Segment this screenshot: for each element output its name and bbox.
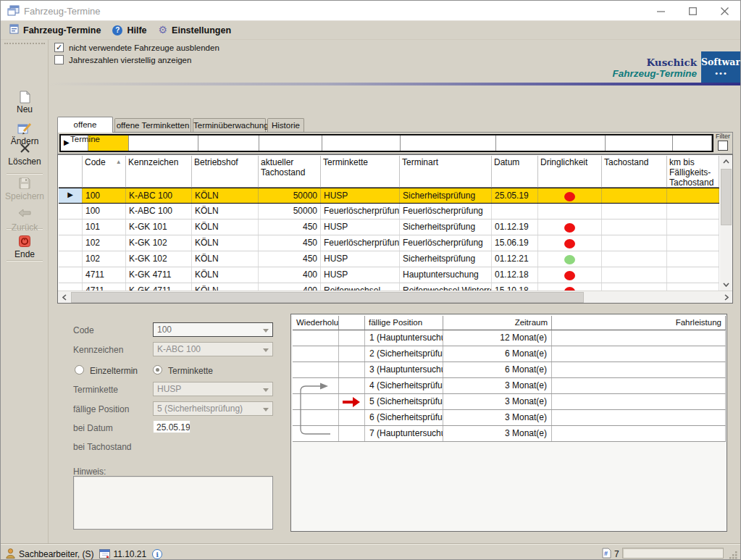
resize-grip[interactable] bbox=[729, 551, 738, 560]
cell-code[interactable]: 102 bbox=[83, 251, 126, 267]
detail-row[interactable]: 3 (Hauptuntersuchung)6 Monat(e) bbox=[293, 362, 726, 378]
cell-kennzeichen[interactable]: K-ABC 100 bbox=[126, 204, 192, 219]
detail-row[interactable]: 6 (Sicherheitsprüfung)3 Monat(e) bbox=[293, 410, 726, 426]
scroll-up-icon[interactable] bbox=[720, 155, 732, 167]
filter-cell[interactable] bbox=[673, 135, 712, 151]
close-button[interactable] bbox=[708, 1, 740, 21]
cell-aktueller-tachostand[interactable]: 50000 bbox=[259, 188, 321, 203]
cell-datum[interactable]: 25.05.19 bbox=[492, 188, 538, 203]
cell-betriebshof[interactable]: KÖLN bbox=[192, 204, 259, 219]
hinweis-textarea[interactable] bbox=[73, 476, 273, 530]
detail-row[interactable]: 2 (Sicherheitsprüfung)6 Monat(e) bbox=[293, 346, 726, 362]
column-header-tachostand[interactable]: Tachostand bbox=[602, 156, 667, 188]
cell-km-bis-fälligkeits-tachostand[interactable] bbox=[667, 267, 719, 283]
cell-datum[interactable]: 01.12.18 bbox=[492, 267, 538, 283]
detail-cell[interactable] bbox=[552, 426, 726, 441]
detail-cell[interactable] bbox=[293, 330, 339, 346]
cell-terminart[interactable]: Sicherheitsprüfung bbox=[400, 188, 492, 203]
detail-row[interactable]: 1 (Hauptuntersuchung)12 Monat(e) bbox=[293, 330, 726, 346]
cell-code[interactable]: 100 bbox=[83, 204, 126, 219]
cell-betriebshof[interactable]: KÖLN bbox=[192, 188, 259, 203]
ende-button[interactable]: Ende bbox=[1, 235, 49, 259]
cell-terminart[interactable]: Reifenwechsel Winterreifen bbox=[400, 283, 492, 291]
table-row[interactable]: 100K-ABC 100KÖLN50000Feuerlöscherprüfung… bbox=[59, 204, 719, 220]
cell-code[interactable]: 101 bbox=[83, 220, 126, 235]
cell-dringlichkeit[interactable] bbox=[538, 220, 602, 235]
cell-aktueller-tachostand[interactable]: 400 bbox=[259, 283, 321, 291]
detail-cell[interactable]: 2 (Sicherheitsprüfung) bbox=[365, 346, 443, 362]
scroll-down-icon[interactable] bbox=[720, 278, 732, 291]
terminkette-radio[interactable] bbox=[153, 365, 162, 375]
cell-tachostand[interactable] bbox=[602, 220, 667, 235]
option-jahreszahlen-vierstellig-anzeigen[interactable]: Jahreszahlen vierstellig anzeigen bbox=[54, 55, 191, 64]
cell-code[interactable]: 100 bbox=[83, 188, 126, 203]
table-row[interactable]: 102K-GK 102KÖLN450HUSPSicherheitsprüfung… bbox=[59, 251, 719, 267]
table-row[interactable]: 102K-GK 102KÖLN450FeuerlöscherprüfungFeu… bbox=[59, 235, 719, 251]
tab-offene-terminketten[interactable]: offene Terminketten bbox=[114, 118, 191, 132]
cell-kennzeichen[interactable]: K-GK 101 bbox=[126, 220, 192, 235]
code-combobox[interactable]: 100 bbox=[153, 322, 273, 337]
tab-historie[interactable]: Historie bbox=[267, 118, 304, 132]
vertical-scrollbar[interactable] bbox=[720, 155, 732, 291]
row-selector-cell[interactable]: ▶ bbox=[59, 188, 83, 203]
cell-terminkette[interactable]: HUSP bbox=[321, 267, 400, 283]
horizontal-scroll-thumb[interactable] bbox=[71, 292, 584, 303]
detail-cell[interactable] bbox=[339, 362, 365, 377]
scroll-right-icon[interactable] bbox=[720, 291, 732, 304]
checkbox-checked-icon[interactable]: ✓ bbox=[54, 43, 64, 52]
detail-cell[interactable] bbox=[293, 362, 339, 377]
row-selector-cell[interactable] bbox=[59, 283, 83, 291]
cell-tachostand[interactable] bbox=[602, 283, 667, 291]
filter-checkbox[interactable] bbox=[718, 141, 728, 151]
bei-datum-input[interactable]: 25.05.19 bbox=[153, 420, 191, 433]
cell-code[interactable]: 4711 bbox=[83, 283, 126, 291]
cell-betriebshof[interactable]: KÖLN bbox=[192, 251, 259, 267]
row-selector-cell[interactable] bbox=[59, 251, 83, 267]
cell-aktueller-tachostand[interactable]: 450 bbox=[259, 220, 321, 235]
detail-row[interactable]: 7 (Hauptuntersuchung)3 Monat(e) bbox=[293, 426, 726, 442]
detail-cell[interactable] bbox=[552, 394, 726, 409]
cell-terminkette[interactable]: Feuerlöscherprüfung bbox=[321, 235, 400, 251]
cell-terminart[interactable]: Feuerlöscherprüfung bbox=[400, 204, 492, 219]
detail-cell[interactable] bbox=[339, 346, 365, 362]
cell-datum[interactable] bbox=[492, 204, 538, 219]
column-header-betriebshof[interactable]: Betriebshof bbox=[192, 156, 259, 188]
toolbar-grip[interactable] bbox=[4, 43, 45, 44]
cell-tachostand[interactable] bbox=[602, 188, 667, 203]
cell-datum[interactable]: 15.06.19 bbox=[492, 235, 538, 251]
column-header-aktueller-tachostand[interactable]: aktueller Tachostand bbox=[259, 156, 321, 188]
detail-cell[interactable]: 6 Monat(e) bbox=[443, 362, 552, 377]
cell-terminkette[interactable]: HUSP bbox=[321, 220, 400, 235]
cell-datum[interactable]: 15.10.18 bbox=[492, 283, 538, 291]
scroll-left-icon[interactable] bbox=[58, 291, 70, 304]
cell-km-bis-fälligkeits-tachostand[interactable] bbox=[667, 204, 719, 219]
faellige-position-combobox[interactable]: 5 (Sicherheitsprüfung) bbox=[153, 401, 273, 416]
cell-terminart[interactable]: Feuerlöscherprüfung bbox=[400, 235, 492, 251]
cell-terminart[interactable]: Hauptuntersuchung bbox=[400, 267, 492, 283]
cell-betriebshof[interactable]: KÖLN bbox=[192, 220, 259, 235]
column-header-terminkette[interactable]: Terminkette bbox=[321, 156, 400, 188]
detail-row[interactable]: 4 (Sicherheitsprüfung)3 Monat(e) bbox=[293, 378, 726, 394]
detail-cell[interactable] bbox=[339, 426, 365, 441]
cell-datum[interactable]: 01.12.21 bbox=[492, 251, 538, 267]
detail-cell[interactable]: 3 Monat(e) bbox=[443, 426, 552, 441]
menu-item-einstellungen[interactable]: ⚙Einstellungen bbox=[154, 22, 239, 38]
detail-cell[interactable] bbox=[552, 378, 726, 393]
cell-terminart[interactable]: Sicherheitsprüfung bbox=[400, 220, 492, 235]
cell-tachostand[interactable] bbox=[602, 267, 667, 283]
terminkette-combobox[interactable]: HUSP bbox=[153, 382, 273, 396]
detail-cell[interactable]: 6 (Sicherheitsprüfung) bbox=[365, 410, 443, 425]
row-selector-cell[interactable] bbox=[59, 220, 83, 235]
cell-tachostand[interactable] bbox=[602, 251, 667, 267]
vertical-scroll-thumb[interactable] bbox=[721, 169, 732, 225]
cell-kennzeichen[interactable]: K-ABC 100 bbox=[126, 188, 192, 203]
column-header-datum[interactable]: Datum bbox=[492, 156, 538, 188]
cell-terminkette[interactable]: HUSP bbox=[321, 251, 400, 267]
cell-betriebshof[interactable]: KÖLN bbox=[192, 235, 259, 251]
cell-kennzeichen[interactable]: K-GK 4711 bbox=[126, 283, 192, 291]
cell-km-bis-fälligkeits-tachostand[interactable] bbox=[667, 251, 719, 267]
cell-dringlichkeit[interactable] bbox=[538, 267, 602, 283]
cell-dringlichkeit[interactable] bbox=[538, 188, 602, 203]
column-header-code[interactable]: Code▲ bbox=[83, 156, 126, 188]
detail-cell[interactable] bbox=[552, 330, 726, 346]
